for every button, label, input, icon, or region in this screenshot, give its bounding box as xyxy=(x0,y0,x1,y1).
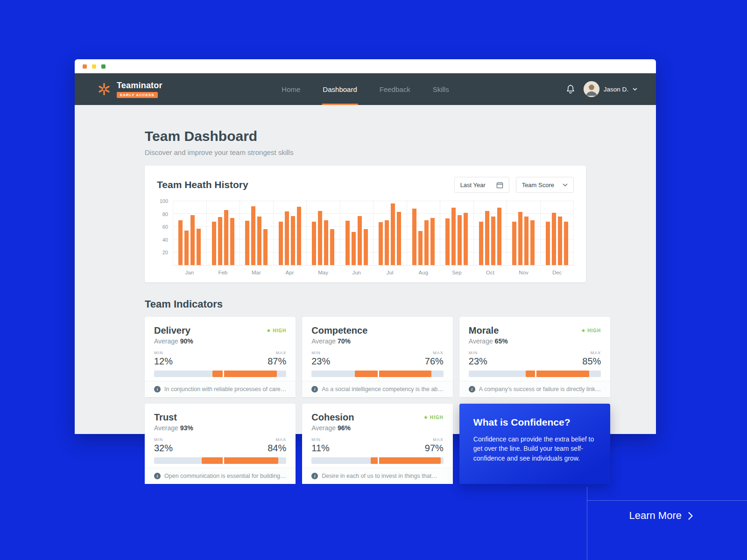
average-value: 90% xyxy=(180,337,193,345)
chart-month-label: Jan xyxy=(173,270,206,275)
bar xyxy=(245,221,249,265)
chart-month-column xyxy=(340,201,374,265)
info-icon: i xyxy=(311,386,318,392)
bar xyxy=(497,208,501,265)
chart-month-labels: JanFebMarAprMayJunJulAugSepOctNovDec xyxy=(173,266,574,275)
team-health-history-card: Team Heath History Last Year xyxy=(145,166,586,282)
chart-month-label: Jun xyxy=(340,270,374,275)
bar xyxy=(224,210,228,265)
bar xyxy=(458,215,462,265)
range-notch xyxy=(378,457,379,464)
bar xyxy=(364,229,368,265)
min-value: 32% xyxy=(154,443,173,454)
chevron-down-icon xyxy=(563,183,568,187)
range-fill xyxy=(202,457,278,464)
chart-month-column xyxy=(407,201,441,265)
window-minimize-button[interactable] xyxy=(92,64,96,69)
bar xyxy=(430,218,435,265)
calendar-icon xyxy=(496,182,503,189)
star-icon: ★ xyxy=(423,414,428,420)
average-value: 70% xyxy=(338,337,351,345)
bar xyxy=(257,217,261,265)
bar xyxy=(197,229,201,265)
user-menu[interactable]: Jason D. xyxy=(584,81,637,97)
bar xyxy=(564,222,568,265)
chart-y-tick: 60 xyxy=(162,224,168,230)
indicator-note: i As a social intelligence competency is… xyxy=(302,381,453,397)
max-value: 87% xyxy=(268,356,286,367)
bar xyxy=(397,212,401,265)
min-value: 23% xyxy=(469,356,487,367)
average-line: Average 90% xyxy=(154,337,286,345)
main-content: Team Dashboard Discover and improve your… xyxy=(75,105,656,434)
indicator-note: i In conjunction with reliable processes… xyxy=(145,381,296,397)
bar xyxy=(297,207,301,265)
range-fill xyxy=(371,457,441,464)
high-badge: ★ HIGH xyxy=(266,328,286,334)
chart-y-axis: 20406080100 xyxy=(157,201,173,266)
page-subtitle: Discover and improve your team strongest… xyxy=(145,148,586,156)
chart-month-label: Nov xyxy=(507,270,541,275)
learn-more-link[interactable]: Learn More xyxy=(629,510,693,522)
bar xyxy=(524,217,529,265)
chart-month-column xyxy=(374,201,407,265)
chart-month-column xyxy=(541,201,574,265)
average-value: 65% xyxy=(495,337,508,345)
bar xyxy=(324,220,328,265)
nav-right: Jason D. xyxy=(566,81,637,97)
bar xyxy=(512,222,516,265)
chart-month-column xyxy=(240,201,274,265)
brand[interactable]: Teaminator EARLY ACCESS xyxy=(97,81,162,98)
indicator-card-competence: Competence ★ Average 70% MIN 23% MAX xyxy=(302,317,453,397)
chart-month-label: Mar xyxy=(240,270,273,275)
bar xyxy=(518,212,522,265)
nav-link-feedback[interactable]: Feedback xyxy=(379,73,411,105)
bar xyxy=(178,220,183,265)
max-label: MAX xyxy=(425,437,444,442)
range-bar xyxy=(154,371,286,377)
bar xyxy=(558,217,562,265)
chart-month-column xyxy=(507,201,541,265)
app-window: Teaminator EARLY ACCESS Home Dashboard F… xyxy=(75,59,656,434)
confidence-promo-card: What is Confidence? Confidence can provi… xyxy=(459,404,611,484)
window-close-button[interactable] xyxy=(83,64,87,69)
bar xyxy=(251,206,255,265)
range-notch xyxy=(535,371,536,377)
nav-link-home[interactable]: Home xyxy=(281,73,301,105)
chart-y-tick: 80 xyxy=(162,211,168,217)
min-label: MIN xyxy=(311,437,330,442)
team-health-chart: 20406080100 JanFebMarAprMayJunJulAugSepO… xyxy=(157,201,574,275)
star-icon: ★ xyxy=(581,328,585,334)
indicator-cards-grid: Delivery ★ HIGH Average 90% MIN 12% MAX xyxy=(145,317,586,484)
team-indicators-heading: Team Indicators xyxy=(145,298,586,310)
metric-select[interactable]: Team Score xyxy=(516,177,574,193)
metric-select-value: Team Score xyxy=(522,182,554,189)
range-fill xyxy=(355,371,431,377)
chart-month-label: Aug xyxy=(407,270,440,275)
bar xyxy=(312,222,316,265)
average-line: Average 65% xyxy=(469,337,601,345)
max-label: MAX xyxy=(268,350,286,355)
top-navbar: Teaminator EARLY ACCESS Home Dashboard F… xyxy=(75,73,656,105)
bar xyxy=(279,222,283,265)
date-range-filter[interactable]: Last Year xyxy=(454,177,509,193)
bar xyxy=(418,231,423,265)
bar xyxy=(530,220,535,265)
chart-y-tick: 40 xyxy=(162,237,168,243)
user-avatar xyxy=(584,81,599,97)
star-icon: ★ xyxy=(266,328,271,334)
window-maximize-button[interactable] xyxy=(101,64,106,69)
chart-month-label: Sep xyxy=(440,270,474,275)
bar xyxy=(318,211,322,265)
chart-month-label: Feb xyxy=(206,270,240,275)
chart-month-column xyxy=(207,201,240,265)
indicator-title: Morale xyxy=(469,325,499,336)
average-line: Average 93% xyxy=(154,424,286,432)
notifications-bell-icon[interactable] xyxy=(566,84,575,94)
nav-link-skills[interactable]: Skills xyxy=(432,73,450,105)
max-value: 76% xyxy=(425,356,444,367)
max-label: MAX xyxy=(582,350,601,355)
bar xyxy=(445,218,450,265)
confidence-title: What is Confidence? xyxy=(473,417,597,428)
nav-link-dashboard[interactable]: Dashboard xyxy=(322,73,358,105)
